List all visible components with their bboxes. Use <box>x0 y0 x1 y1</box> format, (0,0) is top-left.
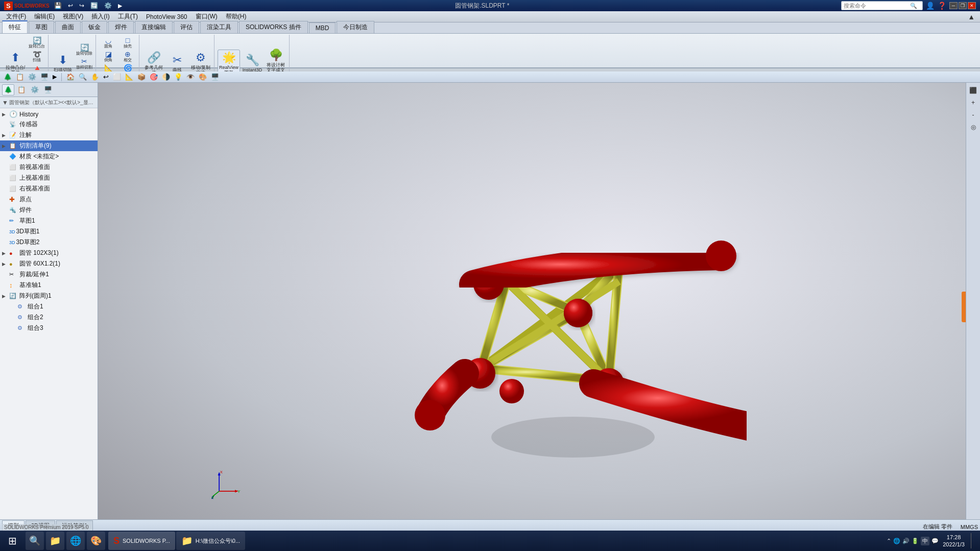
taskbar-sw[interactable]: S SOLIDWORKS P... <box>108 532 175 550</box>
systray-msg[interactable]: 💬 <box>931 538 939 544</box>
minimize-button[interactable]: ─ <box>949 2 958 9</box>
tree-item-annotations[interactable]: ▶ 📝 注解 <box>0 130 98 140</box>
tree-item-combine3[interactable]: ⚙ 组合3 <box>0 323 98 333</box>
collapse-ribbon-icon[interactable]: ▲ <box>965 13 978 21</box>
restore-button[interactable]: ❐ <box>959 2 967 9</box>
menu-help[interactable]: 帮助(H) <box>222 11 251 22</box>
tree-item-frontplane[interactable]: ⬜ 前视基准面 <box>0 162 98 173</box>
lp-tab-featuretree[interactable]: 🌲 <box>2 84 14 95</box>
view-hide-icon[interactable]: 👁️ <box>185 73 196 81</box>
expand-arrow[interactable]: ▶ <box>51 73 58 81</box>
menu-window[interactable]: 窗口(W) <box>192 11 222 22</box>
tree-item-tube60[interactable]: ▶ ● 圆管 60X1.2(1) <box>0 258 98 269</box>
btn-revolve-cut[interactable]: 🔄 旋转切除 <box>75 43 93 56</box>
panel-resizer[interactable] <box>96 83 99 531</box>
menu-tools[interactable]: 工具(T) <box>114 11 142 22</box>
tab-direct-edit[interactable]: 直接编辑 <box>135 21 173 33</box>
tab-mbd[interactable]: MBD <box>309 22 336 33</box>
rp-btn-zoomout[interactable]: - <box>968 109 979 121</box>
view-appearance-icon[interactable]: 🎨 <box>197 73 208 81</box>
config-icon[interactable]: ⚙️ <box>27 73 38 81</box>
viewport[interactable]: X Y Z <box>98 83 966 531</box>
help-icon[interactable]: ❓ <box>938 2 946 10</box>
taskbar-photoshop[interactable]: 🎨 <box>87 532 105 550</box>
menu-edit[interactable]: 编辑(E) <box>30 11 59 22</box>
menu-view[interactable]: 视图(V) <box>59 11 87 22</box>
btn-revolve[interactable]: 🔄 旋转凸台 <box>28 36 46 49</box>
tree-item-combine2[interactable]: ⚙ 组合2 <box>0 312 98 323</box>
tree-item-sensors[interactable]: 📡 传感器 <box>0 119 98 130</box>
view-orient-icon[interactable]: 🏠 <box>65 73 76 81</box>
tab-sheetmetal[interactable]: 钣金 <box>82 21 107 33</box>
btn-fillet[interactable]: ◡ 圆角 <box>99 36 117 49</box>
view-display-icon[interactable]: 🌗 <box>160 73 172 81</box>
expand-icon[interactable]: ▶ <box>116 2 124 10</box>
tree-item-topplane[interactable]: ⬜ 上视基准面 <box>0 173 98 183</box>
start-button[interactable]: ⊞ <box>2 532 22 550</box>
tree-item-sketch1[interactable]: ✏ 草图1 <box>0 215 98 226</box>
tree-item-cutlist[interactable]: ▶ 📋 切割清单(9) <box>0 140 98 151</box>
redo-icon[interactable]: ↪ <box>78 2 86 10</box>
tree-item-tube102[interactable]: ▶ ● 圆管 102X3(1) <box>0 248 98 258</box>
undo-icon[interactable]: ↩ <box>66 2 75 10</box>
tree-item-fillet1[interactable]: ✂ 剪裁/延伸1 <box>0 269 98 280</box>
tab-weldment[interactable]: 焊件 <box>108 21 134 33</box>
tab-sketch[interactable]: 草图 <box>29 21 54 33</box>
systray-ime[interactable]: 中 <box>921 537 929 545</box>
btn-sweep[interactable]: ➰ 扫描 <box>28 50 46 63</box>
btn-intersect[interactable]: ⊕ 相交 <box>118 50 137 63</box>
tree-item-3dsketch1[interactable]: 3D 3D草图1 <box>0 226 98 237</box>
display-icon[interactable]: 🖥️ <box>39 73 50 81</box>
btn-sweep-cut[interactable]: ✂ 放样切割 <box>75 57 93 70</box>
view-screen-icon[interactable]: 🖥️ <box>209 73 221 81</box>
tree-item-rightplane[interactable]: ⬜ 右视基准面 <box>0 183 98 194</box>
orange-tab[interactable] <box>962 292 966 322</box>
systray-network[interactable]: 🌐 <box>893 538 900 544</box>
tab-features[interactable]: 特征 <box>2 20 28 33</box>
tree-item-3dsketch2[interactable]: 3D 3D草图2 <box>0 237 98 248</box>
tab-render[interactable]: 渲染工具 <box>200 21 238 33</box>
taskbar-explorer[interactable]: 📁 <box>46 532 64 550</box>
rebuild-icon[interactable]: 🔄 <box>89 2 100 10</box>
btn-chamfer[interactable]: ◪ 倒角 <box>99 50 117 63</box>
lp-tab-config[interactable]: ⚙️ <box>29 84 41 95</box>
tree-item-material[interactable]: 🔷 材质 <未指定> <box>0 151 98 162</box>
options-icon[interactable]: ⚙️ <box>103 2 113 10</box>
view-pan-icon[interactable]: ✋ <box>89 73 101 81</box>
close-button[interactable]: ✕ <box>968 2 976 9</box>
view-zoom-icon[interactable]: 🔍 <box>77 73 88 81</box>
menu-insert[interactable]: 插入(I) <box>87 11 113 22</box>
menu-photoview[interactable]: PhotoView 360 <box>142 12 192 21</box>
lp-tab-display[interactable]: 🖥️ <box>42 84 54 95</box>
tree-item-weld[interactable]: 🔩 焊件 <box>0 205 98 215</box>
show-desktop[interactable] <box>971 533 974 548</box>
view-normal-icon[interactable]: 📐 <box>124 73 135 81</box>
systray-battery[interactable]: 🔋 <box>912 538 919 544</box>
tree-item-axis1[interactable]: ↕ 基准轴1 <box>0 280 98 291</box>
search-bar[interactable]: 🔍 <box>841 1 923 10</box>
rp-btn-zoomin[interactable]: + <box>968 97 979 108</box>
featuretree-icon[interactable]: 🌲 <box>2 73 13 81</box>
btn-shell[interactable]: □ 抽壳 <box>118 36 137 49</box>
tab-sw-addins[interactable]: SOLIDWORKS 插件 <box>239 21 308 33</box>
lp-tab-properties[interactable]: 📋 <box>15 84 28 95</box>
tab-surface[interactable]: 曲面 <box>55 21 81 33</box>
taskbar-folder[interactable]: 📁 H:\微信公众号\0... <box>176 532 245 550</box>
view-rotate-icon[interactable]: ↩ <box>102 73 110 81</box>
view-light-icon[interactable]: 💡 <box>173 73 184 81</box>
systray-volume[interactable]: 🔊 <box>902 538 910 544</box>
tree-item-pattern[interactable]: ▶ 🔄 阵列(圆周)1 <box>0 291 98 301</box>
task-clock[interactable]: 17:28 2022/1/3 <box>943 534 965 548</box>
view-section-icon[interactable]: 🎯 <box>148 73 159 81</box>
tab-evaluate[interactable]: 评估 <box>174 21 199 33</box>
view-3d-icon[interactable]: 📦 <box>136 73 147 81</box>
tree-item-origin[interactable]: ✚ 原点 <box>0 194 98 205</box>
rp-btn-maximize[interactable]: ⬛ <box>968 85 979 96</box>
systray-chevron[interactable]: ⌃ <box>887 538 891 544</box>
rp-btn-zoomfit[interactable]: ◎ <box>968 122 979 133</box>
view-select-icon[interactable]: ⬜ <box>111 73 123 81</box>
save-icon[interactable]: 💾 <box>53 2 63 10</box>
taskbar-browser[interactable]: 🌐 <box>66 532 85 550</box>
taskbar-search[interactable]: 🔍 <box>26 532 44 550</box>
tab-today[interactable]: 今日制造 <box>337 21 374 33</box>
